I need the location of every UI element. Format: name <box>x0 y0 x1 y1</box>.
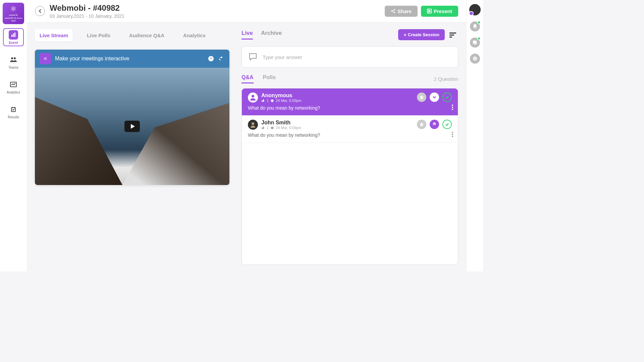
approve-button[interactable] <box>442 93 452 102</box>
star-button[interactable] <box>417 93 426 102</box>
notifications-icon[interactable] <box>470 21 480 32</box>
plus-icon: + <box>404 32 407 38</box>
question-author: John Smith <box>261 120 414 126</box>
qa-tabs: Live Archive <box>241 30 398 40</box>
svg-rect-1 <box>13 34 14 37</box>
question-meta: 1 24 Mar, 5:59pm <box>261 99 414 103</box>
main: Webmobi - #40982 03 January,2021 - 10 Ja… <box>27 0 466 272</box>
tab-audience-qa[interactable]: Audience Q&A <box>124 29 169 42</box>
logo-text-3: 2020 <box>11 20 15 22</box>
svg-point-17 <box>271 99 274 102</box>
left-column: Live Stream Live Polls Audience Q&A Anal… <box>35 29 229 265</box>
more-button[interactable] <box>452 132 453 137</box>
tab-live-stream[interactable]: Live Stream <box>35 29 73 42</box>
right-column: Live Archive + Create Session Q&A Pol <box>241 29 458 265</box>
svg-rect-14 <box>449 35 454 36</box>
svg-point-4 <box>14 57 16 59</box>
create-session-button[interactable]: + Create Session <box>398 29 445 40</box>
question-author: Anonymous <box>261 93 414 99</box>
present-label: Present <box>434 8 452 14</box>
thumb-icon <box>261 126 265 129</box>
content: Live Stream Live Polls Audience Q&A Anal… <box>27 22 466 272</box>
svg-marker-11 <box>429 10 430 12</box>
tab-analytics[interactable]: Analytics <box>178 29 210 42</box>
sidebar-item-label: Analytics <box>7 90 20 94</box>
question-time: 24 Mar, 5:59pm <box>276 126 301 130</box>
qa-tab-archive[interactable]: Archive <box>261 30 282 40</box>
sidebar-item-label: Teams <box>8 66 18 69</box>
results-icon <box>9 105 18 114</box>
question-text: What do you mean by networking? <box>248 105 452 111</box>
logo-icon: ⚛ <box>10 5 17 13</box>
svg-point-25 <box>452 132 453 133</box>
main-tabs: Live Stream Live Polls Audience Q&A Anal… <box>35 29 229 42</box>
star-button[interactable] <box>417 120 426 129</box>
question-item[interactable]: Anonymous 1 24 Mar, 5:59pm <box>242 88 458 116</box>
more-button[interactable] <box>452 105 453 110</box>
tab-live-polls[interactable]: Live Polls <box>82 29 115 42</box>
question-meta: 1 24 Mar, 5:59pm <box>261 126 414 130</box>
video-card: ⚛ Make your meetings interactive <box>35 50 229 185</box>
sidebar-item-event[interactable]: Event <box>3 28 24 46</box>
header-title-group: Webmobi - #40982 03 January,2021 - 10 Ja… <box>50 3 385 19</box>
svg-point-20 <box>452 107 453 108</box>
sidebar-item-results[interactable]: Results <box>3 103 24 121</box>
teams-icon <box>9 55 18 64</box>
svg-rect-2 <box>14 33 15 37</box>
qa-subtabs: Q&A Polls <box>241 74 434 83</box>
expand-button[interactable] <box>430 120 439 129</box>
page-subtitle: 03 January,2021 - 10 January, 2021 <box>50 13 385 19</box>
share-label: Share <box>397 8 412 14</box>
svg-point-22 <box>252 122 254 125</box>
question-count: 2 Question <box>434 76 458 82</box>
clock-small-icon <box>271 99 274 102</box>
subtab-qa[interactable]: Q&A <box>241 74 254 83</box>
messages-icon[interactable] <box>470 38 480 48</box>
sidebar-item-analytics[interactable]: Analytics <box>3 78 24 96</box>
approve-button[interactable] <box>442 120 452 129</box>
chat-icon <box>249 53 258 61</box>
page-title: Webmobi - #40982 <box>50 3 385 13</box>
svg-point-7 <box>394 9 395 10</box>
like-count: 1 <box>267 99 269 103</box>
answer-input-box[interactable] <box>241 46 458 68</box>
video-header: ⚛ Make your meetings interactive <box>35 50 229 68</box>
collapse-button[interactable] <box>430 93 439 102</box>
present-button[interactable]: Present <box>421 6 458 17</box>
forward-icon[interactable] <box>219 56 225 62</box>
sidebar-logo[interactable]: ⚛ webMOBI webMOBI 3D Event 2020 <box>3 3 24 24</box>
play-button[interactable] <box>124 121 140 132</box>
question-time: 24 Mar, 5:59pm <box>276 99 301 103</box>
svg-marker-24 <box>419 122 424 127</box>
clock-icon[interactable] <box>208 56 214 62</box>
svg-rect-0 <box>11 35 12 37</box>
share-button[interactable]: Share <box>385 6 418 17</box>
svg-rect-15 <box>449 37 452 38</box>
analytics-icon <box>9 80 18 89</box>
back-button[interactable] <box>35 6 45 16</box>
qa-header: Live Archive + Create Session <box>241 29 458 40</box>
sort-icon[interactable] <box>449 32 458 38</box>
svg-point-9 <box>394 12 395 13</box>
video-header-icons <box>208 56 225 62</box>
svg-point-27 <box>452 136 453 137</box>
subtab-polls[interactable]: Polls <box>263 74 276 83</box>
svg-point-21 <box>452 109 453 110</box>
settings-icon[interactable] <box>470 54 480 64</box>
logo-text-2: webMOBI 3D Event <box>5 17 22 19</box>
sidebar-item-label: Results <box>8 115 19 119</box>
sidebar-item-teams[interactable]: Teams <box>3 53 24 71</box>
qa-tab-live[interactable]: Live <box>241 30 253 40</box>
video-thumbnail[interactable] <box>35 68 229 185</box>
sidebar-item-label: Event <box>9 41 18 45</box>
chart-icon <box>9 30 18 40</box>
thumb-icon <box>261 99 265 102</box>
question-item[interactable]: John Smith 1 24 Mar, 5:59pm <box>242 116 458 143</box>
answer-input[interactable] <box>263 54 451 60</box>
user-avatar[interactable] <box>469 4 481 15</box>
svg-point-26 <box>452 134 453 135</box>
like-count: 1 <box>267 126 269 130</box>
logo-text-1: webMOBI <box>9 14 18 16</box>
right-rail <box>466 0 483 272</box>
sidebar: ⚛ webMOBI webMOBI 3D Event 2020 Event Te… <box>0 0 27 272</box>
